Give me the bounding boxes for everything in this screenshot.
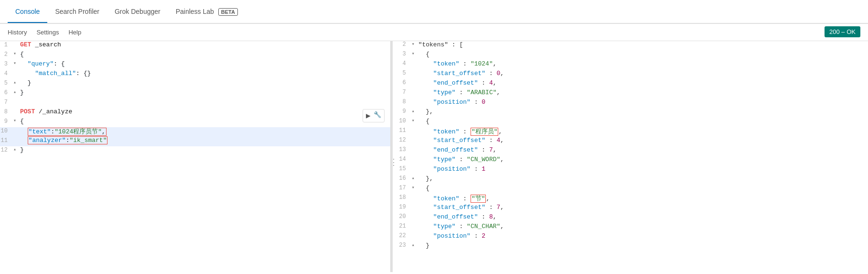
- output-line: 8 "position" : 0: [395, 99, 868, 108]
- output-line: 11 "token" : "程序员",: [395, 127, 868, 137]
- output-line: 22 "position" : 2: [395, 232, 868, 242]
- output-line: 13 "end_offset" : 7,: [395, 146, 868, 156]
- output-line: 4 "token" : "1024",: [395, 60, 868, 70]
- editor-line: 1 GET _search: [0, 41, 390, 51]
- secondary-nav: History Settings Help: [0, 24, 868, 41]
- beta-badge: BETA: [218, 8, 238, 16]
- output-line: 16 ▴ },: [395, 175, 868, 185]
- output-line: 9 ▴ },: [395, 108, 868, 118]
- drag-divider[interactable]: [391, 41, 393, 272]
- output-line: 19 "start_offset" : 7,: [395, 204, 868, 213]
- output-line: 18 "token" : "节",: [395, 194, 868, 204]
- editor-line: 7: [0, 99, 390, 108]
- tab-console[interactable]: Console: [8, 1, 47, 23]
- settings-item[interactable]: Settings: [36, 27, 59, 38]
- editor-line: 8 POST /_analyze ▶ 🔧: [0, 108, 390, 118]
- editor-line: 12 ▴ }: [0, 146, 390, 156]
- history-item[interactable]: History: [8, 27, 27, 38]
- top-nav: Console Search Profiler Grok Debugger Pa…: [0, 0, 868, 24]
- action-icons: ▶ 🔧: [363, 109, 385, 122]
- editor-pane[interactable]: 1 GET _search 2 ▾ { 3 ▾ "query": { 4 "ma…: [0, 41, 391, 272]
- editor-line: 10 "text":"1024程序员节",: [0, 127, 390, 137]
- output-line: 20 "end_offset" : 8,: [395, 213, 868, 223]
- editor-line: 9 ▾ {: [0, 118, 390, 127]
- output-line: 21 "type" : "CN_CHAR",: [395, 223, 868, 232]
- output-line: 14 "type" : "CN_WORD",: [395, 156, 868, 165]
- wrench-icon[interactable]: 🔧: [374, 111, 381, 121]
- output-line: 7 "type" : "ARABIC",: [395, 89, 868, 99]
- output-line: 2 ▾ "tokens" : [: [395, 41, 868, 51]
- output-line: 23 ▴ }: [395, 242, 868, 252]
- run-icon[interactable]: ▶: [366, 111, 371, 121]
- output-line: 3 ▾ {: [395, 51, 868, 60]
- output-pane: 2 ▾ "tokens" : [ 3 ▾ { 4 "token" : "1024…: [393, 41, 868, 272]
- tab-grok-debugger[interactable]: Grok Debugger: [107, 1, 168, 23]
- main-area: 1 GET _search 2 ▾ { 3 ▾ "query": { 4 "ma…: [0, 41, 868, 272]
- tab-painless-lab[interactable]: Painless Lab BETA: [168, 1, 246, 23]
- editor-line: 6 ▴ }: [0, 89, 390, 99]
- output-line: 10 ▾ {: [395, 118, 868, 127]
- help-item[interactable]: Help: [68, 27, 81, 38]
- output-line: 5 "start_offset" : 0,: [395, 70, 868, 79]
- editor-line: 4 "match_all": {}: [0, 70, 390, 79]
- status-badge: 200 – OK: [825, 26, 860, 37]
- output-line: 15 "position" : 1: [395, 165, 868, 175]
- editor-line: 11 "analyzer":"ik_smart": [0, 137, 390, 146]
- tab-search-profiler[interactable]: Search Profiler: [47, 1, 107, 23]
- output-line: 6 "end_offset" : 4,: [395, 79, 868, 89]
- editor-line: 2 ▾ {: [0, 51, 390, 60]
- output-line: 17 ▾ {: [395, 185, 868, 194]
- editor-line: 5 ▴ }: [0, 79, 390, 89]
- editor-line: 3 ▾ "query": {: [0, 60, 390, 70]
- output-line: 12 "start_offset" : 4,: [395, 137, 868, 146]
